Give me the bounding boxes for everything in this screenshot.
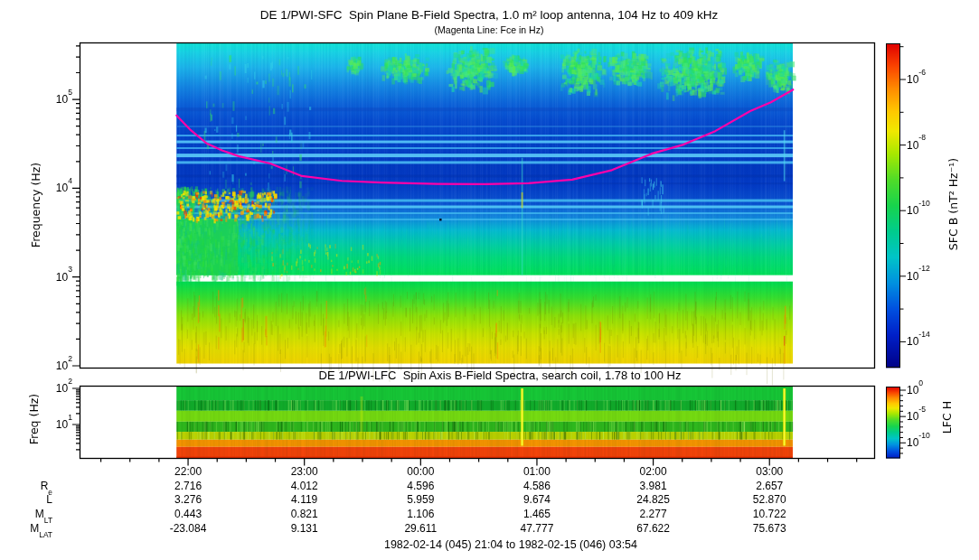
ephemeris-value: -23.084 <box>170 523 207 534</box>
ephemeris-value: 52.870 <box>753 494 786 505</box>
sfc-colorbar-tick-label: 10-8 <box>907 140 926 151</box>
ephemeris-value: 1.465 <box>523 509 551 519</box>
ephemeris-value: 0.821 <box>291 509 318 519</box>
ephemeris-value: 9.131 <box>291 523 318 534</box>
ephemeris-value: 67.622 <box>636 523 670 534</box>
time-tick-label: 02:00 <box>640 466 667 477</box>
sfc-colorbar-tick-label: 10-10 <box>907 205 930 216</box>
time-tick-label: 22:00 <box>174 466 202 477</box>
time-range-caption: 1982-02-14 (045) 21:04 to 1982-02-15 (04… <box>384 539 637 551</box>
top-y-axis-label: Frequency (Hz) <box>31 163 42 247</box>
ephemeris-value: 2.657 <box>756 481 783 491</box>
lfc-colorbar-tick-label: 10-5 <box>907 411 926 422</box>
ephemeris-row-label: L <box>46 494 52 505</box>
lfc-colorbar-tick-label: 10-10 <box>907 437 930 448</box>
ephemeris-value: 29.611 <box>404 523 437 534</box>
ephemeris-value: 2.277 <box>640 509 667 519</box>
ephemeris-row-label: Re <box>41 481 52 491</box>
ephemeris-value: 4.596 <box>407 481 434 491</box>
ephemeris-value: 4.012 <box>291 481 318 491</box>
lfc-panel-title: DE 1/PWI-LFC Spin Axis B-Field Spectra, … <box>319 369 682 381</box>
bottom-y-axis-label: Freq (Hz) <box>29 394 41 444</box>
page-title: DE 1/PWI-SFC Spin Plane B-Field Spectra,… <box>260 9 719 22</box>
time-tick-label: 01:00 <box>523 466 551 477</box>
time-tick-label: 03:00 <box>756 466 783 477</box>
sfc-y-tick-label: 102 <box>56 360 72 371</box>
ephemeris-value: 1.106 <box>407 509 434 519</box>
ephemeris-value: 47.777 <box>521 523 554 534</box>
ephemeris-value: 9.674 <box>523 494 551 505</box>
figure-subtitle: (Magenta Line: Fce in Hz) <box>435 25 544 35</box>
ephemeris-value: 4.586 <box>523 481 551 491</box>
top-colorbar-label: SFC B (nT² Hz⁻¹) <box>948 158 960 250</box>
sfc-colorbar-tick-label: 10-14 <box>907 336 930 347</box>
ephemeris-value: 24.825 <box>636 494 670 505</box>
sfc-y-tick-label: 104 <box>56 182 72 193</box>
spectrogram-canvas <box>0 0 979 560</box>
time-tick-label: 00:00 <box>407 466 434 477</box>
sfc-y-tick-label: 103 <box>56 272 72 283</box>
ephemeris-value: 5.959 <box>407 494 434 505</box>
ephemeris-value: 4.119 <box>291 494 317 505</box>
ephemeris-value: 0.443 <box>174 509 202 519</box>
lfc-colorbar-tick-label: 100 <box>907 385 923 396</box>
ephemeris-value: 3.276 <box>174 494 202 505</box>
ephemeris-value: 3.981 <box>640 481 667 491</box>
spectrogram-figure: DE 1/PWI-SFC Spin Plane B-Field Spectra,… <box>0 0 979 560</box>
ephemeris-row-label: MLT <box>35 509 52 519</box>
ephemeris-value: 2.716 <box>174 481 202 491</box>
time-tick-label: 23:00 <box>291 466 318 477</box>
ephemeris-value: 75.673 <box>753 523 786 534</box>
lfc-y-tick-label: 101 <box>56 419 72 430</box>
sfc-colorbar-tick-label: 10-6 <box>907 74 926 85</box>
sfc-y-tick-label: 105 <box>56 94 72 105</box>
ephemeris-value: 10.722 <box>753 509 786 519</box>
lfc-y-tick-label: 102 <box>56 383 72 394</box>
bottom-colorbar-label: LFC H <box>942 401 954 434</box>
ephemeris-row-label: MLAT <box>30 523 52 534</box>
sfc-colorbar-tick-label: 10-12 <box>907 271 930 282</box>
